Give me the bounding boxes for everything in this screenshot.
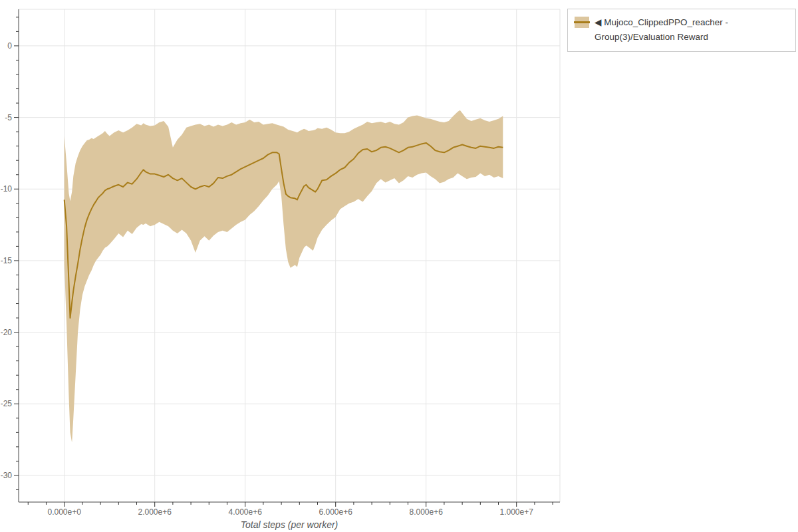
- figure: 0.000e+02.000e+64.000e+66.000e+68.000e+6…: [0, 0, 798, 532]
- x-tick-label: 6.000e+6: [319, 507, 353, 517]
- legend-item[interactable]: ◀ Mujoco_ClippedPPO_reacher - Group(3)/E…: [574, 15, 789, 45]
- x-tick-label: 8.000e+6: [410, 507, 444, 517]
- y-tick-label: -5: [5, 113, 12, 122]
- y-tick-label: -25: [1, 399, 13, 408]
- plot-canvas[interactable]: 0.000e+02.000e+64.000e+66.000e+68.000e+6…: [0, 0, 798, 532]
- y-axis: 0-5-10-15-20-25-30: [1, 9, 19, 502]
- std-band-area: [65, 110, 503, 443]
- y-tick-label: -20: [1, 328, 13, 337]
- x-axis: 0.000e+02.000e+64.000e+66.000e+68.000e+6…: [19, 502, 560, 517]
- y-tick-label: -30: [1, 471, 13, 480]
- std-band: [65, 110, 503, 443]
- x-axis-title: Total steps (per worker): [241, 519, 338, 530]
- x-tick-label: 0.000e+0: [47, 507, 81, 517]
- legend-swatch-icon: [574, 17, 590, 28]
- y-tick-label: -10: [1, 184, 13, 194]
- y-tick-label: 0: [7, 41, 12, 51]
- x-tick-label: 2.000e+6: [138, 507, 172, 517]
- legend: ◀ Mujoco_ClippedPPO_reacher - Group(3)/E…: [567, 9, 796, 52]
- x-tick-label: 4.000e+6: [229, 507, 263, 517]
- legend-item-label: ◀ Mujoco_ClippedPPO_reacher - Group(3)/E…: [595, 15, 789, 45]
- y-tick-label: -15: [1, 256, 13, 265]
- x-tick-label: 1.000e+7: [500, 507, 534, 517]
